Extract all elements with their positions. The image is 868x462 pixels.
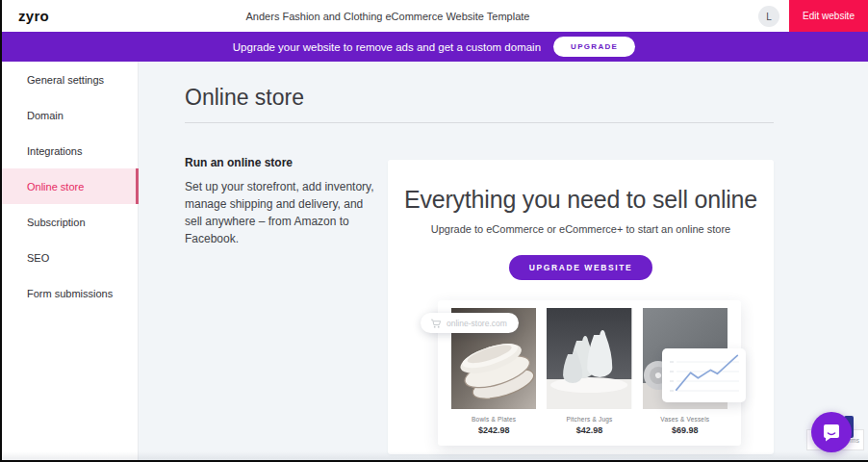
product-image-pitchers [547,308,631,409]
page-title: Online store [185,85,304,111]
promo-subheading: Upgrade to eCommerce or eCommerce+ to st… [388,223,774,235]
ecommerce-promo-panel: Everything you need to sell online Upgra… [388,160,774,454]
chart-ticks [670,362,674,391]
banner-upgrade-button[interactable]: UPGRADE [553,37,635,57]
app-window: zyro Anders Fashion and Clothing eCommer… [0,0,868,462]
sidebar-item-form-submissions[interactable]: Form submissions [0,275,138,311]
sidebar-item-label: General settings [27,74,104,86]
sidebar-item-integrations[interactable]: Integrations [0,133,138,168]
product-price: $69.98 [643,425,728,435]
store-url-text: online-store.com [447,319,507,328]
product-name: Vases & Vessels [643,416,728,423]
sidebar-item-label: SEO [27,252,49,264]
settings-sidebar: General settings Domain Integrations Onl… [0,62,139,462]
intro-heading: Run an online store [185,156,383,169]
store-url-pill: online-store.com [421,313,519,333]
product-price: $42.98 [547,425,631,435]
sidebar-item-label: Online store [27,181,84,192]
sidebar-item-seo[interactable]: SEO [0,240,138,275]
frame-edge [0,0,2,462]
upgrade-website-button[interactable]: UPGRADE WEBSITE [509,255,653,280]
bottom-shadow [0,451,868,460]
sidebar-item-label: Form submissions [27,288,113,299]
promo-heading: Everything you need to sell online [388,186,774,214]
sidebar-item-general-settings[interactable]: General settings [0,62,138,97]
product-name: Pitchers & Jugs [547,416,631,423]
banner-text: Upgrade your website to remove ads and g… [233,41,541,53]
chat-bubble-icon [820,421,843,444]
chat-widget-button[interactable] [811,412,852,452]
product-card: Pitchers & Jugs $42.98 [547,308,631,435]
sidebar-item-subscription[interactable]: Subscription [0,204,138,240]
storefront-mockup: online-store.com [438,300,741,446]
intro-body: Set up your storefront, add inventory, m… [185,178,383,247]
mini-line-chart-line [677,355,738,390]
upgrade-banner: Upgrade your website to remove ads and g… [0,32,868,62]
cart-icon [430,318,442,329]
sidebar-item-label: Domain [27,110,64,121]
sidebar-item-domain[interactable]: Domain [0,97,138,133]
sidebar-item-online-store[interactable]: Online store [0,168,138,204]
product-price: $242.98 [451,425,536,435]
edit-website-button[interactable]: Edit website [789,0,868,32]
site-title: Anders Fashion and Clothing eCommerce We… [0,0,776,32]
mini-line-chart [662,348,746,402]
sidebar-item-label: Integrations [27,145,82,157]
product-name: Bowls & Plates [451,416,536,423]
sidebar-item-label: Subscription [27,217,86,228]
intro-copy: Run an online store Set up your storefro… [185,156,383,247]
title-divider [185,122,774,123]
avatar[interactable]: L [758,6,779,27]
chart-gridlines [677,362,739,391]
top-bar: zyro Anders Fashion and Clothing eCommer… [0,0,868,32]
